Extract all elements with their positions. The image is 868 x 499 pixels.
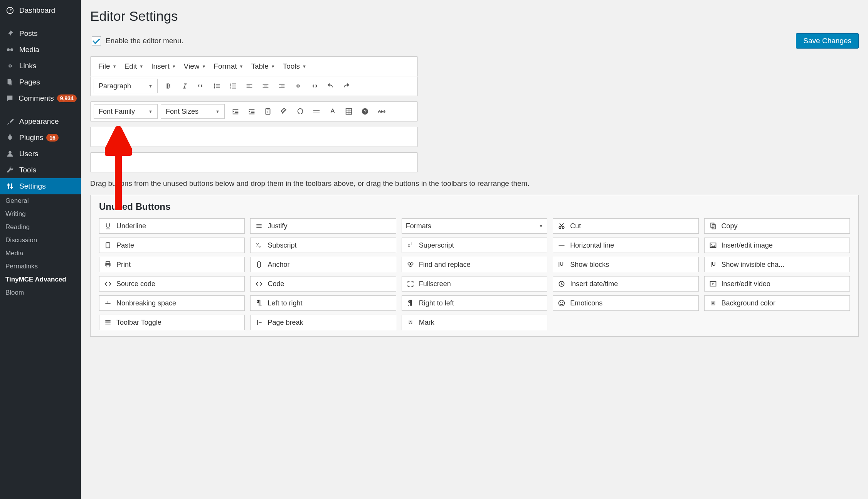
- unused-button-label: Superscript: [419, 241, 454, 250]
- unused-code-button[interactable]: Code: [250, 276, 396, 292]
- unused-button-label: Horizontal line: [570, 241, 614, 250]
- unused-cut-button[interactable]: Cut: [553, 218, 698, 234]
- indent-icon: [247, 107, 256, 116]
- unused-rtl-button[interactable]: Right to left: [402, 295, 547, 311]
- undo-button[interactable]: [323, 78, 338, 94]
- unused-button-label: Source code: [116, 280, 155, 288]
- align-left-button[interactable]: [242, 78, 257, 94]
- indent-button[interactable]: [244, 104, 259, 119]
- align-center-button[interactable]: [258, 78, 273, 94]
- menu-edit[interactable]: Edit▼: [121, 60, 148, 73]
- clear-button[interactable]: [276, 104, 292, 119]
- enable-menu-label[interactable]: Enable the editor menu.: [90, 35, 183, 47]
- unused-source-button[interactable]: Source code: [99, 276, 245, 292]
- editor-toolbar-4-drop[interactable]: [90, 152, 418, 172]
- menu-tools[interactable]: Tools▼: [279, 60, 310, 73]
- sidebar-item-comments[interactable]: Comments9,934: [0, 90, 81, 106]
- sidebar-sub-reading[interactable]: Reading: [0, 221, 81, 234]
- unused-button-label: Anchor: [267, 261, 289, 269]
- hr-button[interactable]: [309, 104, 324, 119]
- link-button[interactable]: [290, 78, 306, 94]
- sidebar-item-dashboard[interactable]: Dashboard: [0, 2, 81, 19]
- quote-button[interactable]: [193, 78, 209, 94]
- sidebar-sub-bloom[interactable]: Bloom: [0, 286, 81, 299]
- italic-button[interactable]: [177, 78, 192, 94]
- unused-bgcolor-button[interactable]: Background color: [704, 295, 850, 311]
- omega-button[interactable]: [293, 104, 308, 119]
- menu-format[interactable]: Format▼: [210, 60, 247, 73]
- sidebar-item-pages[interactable]: Pages: [0, 74, 81, 90]
- sidebar-item-appearance[interactable]: Appearance: [0, 113, 81, 130]
- unused-justify-button[interactable]: Justify: [250, 218, 396, 234]
- sidebar-sub-media[interactable]: Media: [0, 247, 81, 260]
- bold-button[interactable]: [161, 78, 176, 94]
- unused-invisible-button[interactable]: Show invisible cha...: [704, 257, 850, 272]
- ol-button[interactable]: [225, 78, 241, 94]
- ul-button[interactable]: [209, 78, 225, 94]
- sidebar-item-settings[interactable]: Settings: [0, 178, 81, 194]
- menu-table[interactable]: Table▼: [247, 60, 279, 73]
- help-button[interactable]: [357, 104, 373, 119]
- redo-button[interactable]: [339, 78, 354, 94]
- unused-underline-button[interactable]: Underline: [99, 218, 245, 234]
- menu-insert[interactable]: Insert▼: [147, 60, 180, 73]
- sidebar-sub-tinymce-advanced[interactable]: TinyMCE Advanced: [0, 273, 81, 286]
- unused-fullscreen-button[interactable]: Fullscreen: [402, 276, 547, 292]
- menu-file[interactable]: File▼: [94, 60, 121, 73]
- italic-icon: [180, 82, 189, 90]
- sidebar-item-users[interactable]: Users: [0, 146, 81, 162]
- sidebar-item-tools[interactable]: Tools: [0, 162, 81, 178]
- sidebar-item-plugins[interactable]: Plugins16: [0, 130, 81, 146]
- paste-text-button[interactable]: [260, 104, 276, 119]
- paragraph-select[interactable]: Paragraph▼: [94, 79, 158, 93]
- unlink-button[interactable]: [306, 78, 322, 94]
- justify-icon: [254, 221, 264, 231]
- unused-pagebreak-button[interactable]: Page break: [250, 315, 396, 330]
- chevron-down-icon: ▼: [539, 224, 543, 228]
- outdent-button[interactable]: [228, 104, 243, 119]
- sidebar-item-label: Appearance: [19, 117, 59, 126]
- unused-copy-button[interactable]: Copy: [704, 218, 850, 234]
- unused-nbsp-button[interactable]: Nonbreaking space: [99, 295, 245, 311]
- sidebar-item-posts[interactable]: Posts: [0, 25, 81, 42]
- enable-menu-checkbox[interactable]: [92, 36, 101, 46]
- unused-anchor-button[interactable]: Anchor: [250, 257, 396, 272]
- unused-image-button[interactable]: Insert/edit image: [704, 238, 850, 253]
- sidebar-sub-general[interactable]: General: [0, 194, 81, 207]
- unused-button-label: Justify: [267, 222, 287, 230]
- unused-superscript-button[interactable]: Superscript: [402, 238, 547, 253]
- anchor-icon: [254, 260, 264, 269]
- unused-toolbar-button[interactable]: Toolbar Toggle: [99, 315, 245, 330]
- unused-paste-button[interactable]: Paste: [99, 238, 245, 253]
- unused-video-button[interactable]: Insert/edit video: [704, 276, 850, 292]
- unused-blocks-button[interactable]: Show blocks: [553, 257, 698, 272]
- unused-emoticons-button[interactable]: Emoticons: [553, 295, 698, 311]
- unused-datetime-button[interactable]: Insert date/time: [553, 276, 698, 292]
- unused-mark-button[interactable]: Mark: [402, 315, 547, 330]
- unused-ltr-button[interactable]: Left to right: [250, 295, 396, 311]
- unused-formats-button[interactable]: Formats▼: [402, 218, 547, 234]
- unused-button-label: Cut: [570, 222, 581, 230]
- strike-button[interactable]: [373, 104, 389, 119]
- unused-print-button[interactable]: Print: [99, 257, 245, 272]
- page-icon: [5, 78, 15, 86]
- font-sizes-select[interactable]: Font Sizes▼: [161, 104, 225, 119]
- unused-find-button[interactable]: Find and replace: [402, 257, 547, 272]
- font-family-select[interactable]: Font Family▼: [94, 104, 158, 119]
- table-button[interactable]: [341, 104, 357, 119]
- sidebar-sub-writing[interactable]: Writing: [0, 207, 81, 221]
- save-button[interactable]: Save Changes: [796, 33, 859, 49]
- unused-hr-button[interactable]: Horizontal line: [553, 238, 698, 253]
- align-right-button[interactable]: [274, 78, 289, 94]
- sidebar-item-media[interactable]: Media: [0, 42, 81, 58]
- admin-sidebar: DashboardPostsMediaLinksPagesComments9,9…: [0, 0, 81, 499]
- textcolor-icon: [328, 107, 337, 116]
- sidebar-item-links[interactable]: Links: [0, 58, 81, 74]
- textcolor-button[interactable]: [325, 104, 340, 119]
- unused-subscript-button[interactable]: Subscript: [250, 238, 396, 253]
- sidebar-sub-discussion[interactable]: Discussion: [0, 234, 81, 247]
- editor-toolbar-3-drop[interactable]: [90, 127, 418, 147]
- sidebar-sub-permalinks[interactable]: Permalinks: [0, 260, 81, 273]
- menu-view[interactable]: View▼: [180, 60, 210, 73]
- settings-icon: [5, 182, 15, 190]
